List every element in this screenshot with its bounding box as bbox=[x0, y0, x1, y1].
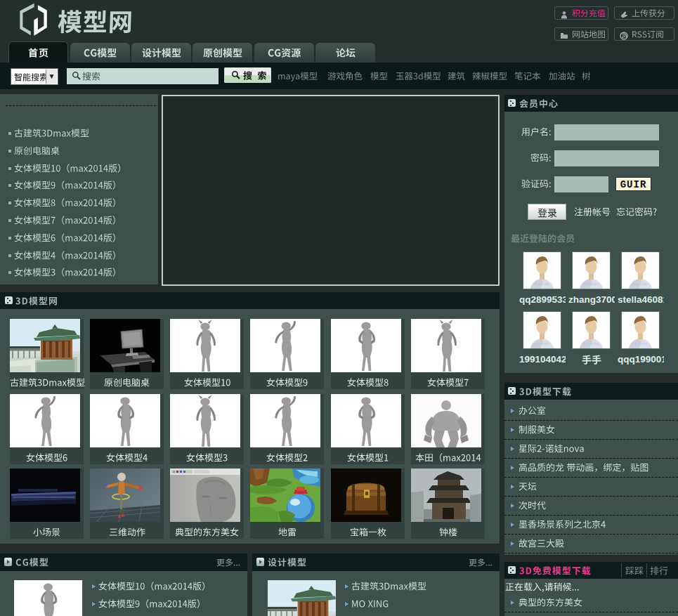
svg-text:DEDECMS: DEDECMS bbox=[633, 342, 647, 346]
svg-text:DEDECMS: DEDECMS bbox=[584, 282, 598, 286]
svg-text:DEDECMS: DEDECMS bbox=[584, 342, 598, 346]
svg-text:DEDECMS: DEDECMS bbox=[633, 282, 647, 286]
svg-text:DEDECMS: DEDECMS bbox=[535, 342, 549, 346]
svg-text:DEDECMS: DEDECMS bbox=[535, 282, 549, 286]
